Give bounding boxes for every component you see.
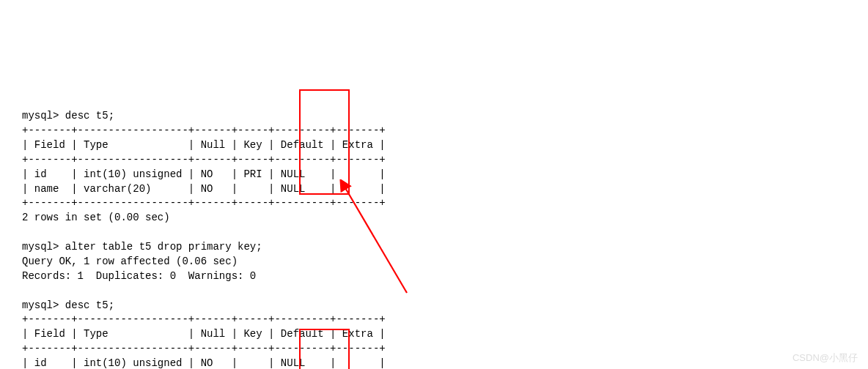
prompt: mysql>: [22, 299, 59, 311]
table2-border-top: +-------+------------------+------+-----…: [22, 313, 386, 325]
table1-row1: | id | int(10) unsigned | NO | PRI | NUL…: [22, 168, 386, 180]
alter-result-b: Records: 1 Duplicates: 0 Warnings: 0: [22, 270, 256, 282]
prompt: mysql>: [22, 110, 59, 122]
table1-border-top: +-------+------------------+------+-----…: [22, 124, 386, 136]
table1-row2: | name | varchar(20) | NO | | NULL | |: [22, 183, 386, 195]
table1-border-bot: +-------+------------------+------+-----…: [22, 197, 386, 209]
summary1: 2 rows in set (0.00 sec): [22, 212, 170, 223]
command-alter: alter table t5 drop primary key;: [65, 241, 262, 253]
table1-header: | Field | Type | Null | Key | Default | …: [22, 139, 386, 151]
alter-result-a: Query OK, 1 row affected (0.06 sec): [22, 256, 238, 267]
table2-header: | Field | Type | Null | Key | Default | …: [22, 328, 386, 340]
table2-border-mid: +-------+------------------+------+-----…: [22, 343, 386, 354]
table2-row1: | id | int(10) unsigned | NO | | NULL | …: [22, 357, 386, 369]
terminal-output: mysql> desc t5; +-------+---------------…: [22, 94, 846, 369]
command-desc-2: desc t5;: [65, 299, 114, 311]
table1-border-mid: +-------+------------------+------+-----…: [22, 154, 386, 165]
prompt: mysql>: [22, 241, 59, 253]
command-desc-1: desc t5;: [65, 110, 114, 122]
